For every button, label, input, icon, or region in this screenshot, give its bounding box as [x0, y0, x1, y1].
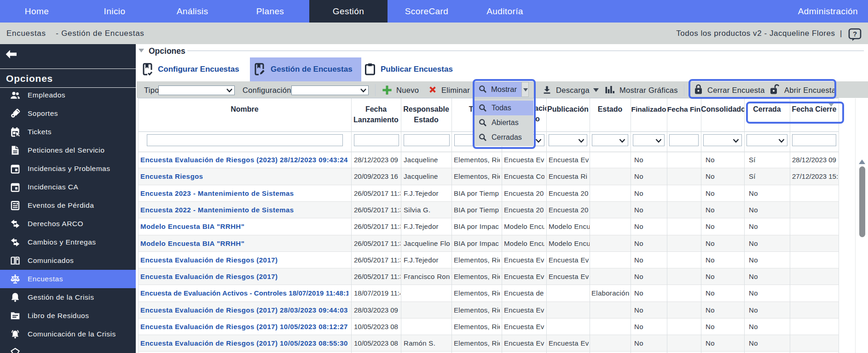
svg-text:?: ? [853, 30, 857, 38]
